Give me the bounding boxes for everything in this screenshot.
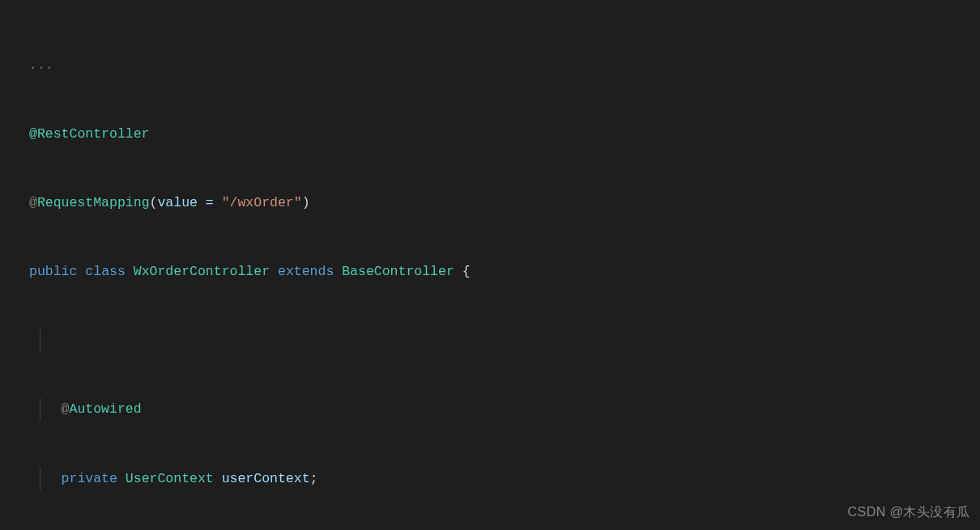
string-literal: "/wxOrder" bbox=[222, 195, 302, 210]
code-line: private UserContext userContext; bbox=[0, 468, 980, 490]
blank-line bbox=[0, 329, 980, 352]
code-line: @RequestMapping(value = "/wxOrder") bbox=[0, 192, 980, 214]
class-name: WxOrderController bbox=[134, 264, 270, 279]
code-line: @Autowired bbox=[0, 398, 980, 421]
at-sign: @ bbox=[29, 195, 37, 210]
collapsed-ellipsis[interactable]: ... bbox=[29, 57, 53, 73]
code-line: ... bbox=[0, 54, 980, 77]
code-line: public class WxOrderController extends B… bbox=[0, 261, 980, 283]
code-editor[interactable]: ... @RestController @RequestMapping(valu… bbox=[0, 0, 980, 530]
annotation: RequestMapping bbox=[37, 195, 150, 210]
annotation: @RestController bbox=[29, 126, 150, 142]
annotation: Autowired bbox=[70, 401, 142, 417]
code-line: @RestController bbox=[0, 123, 980, 146]
